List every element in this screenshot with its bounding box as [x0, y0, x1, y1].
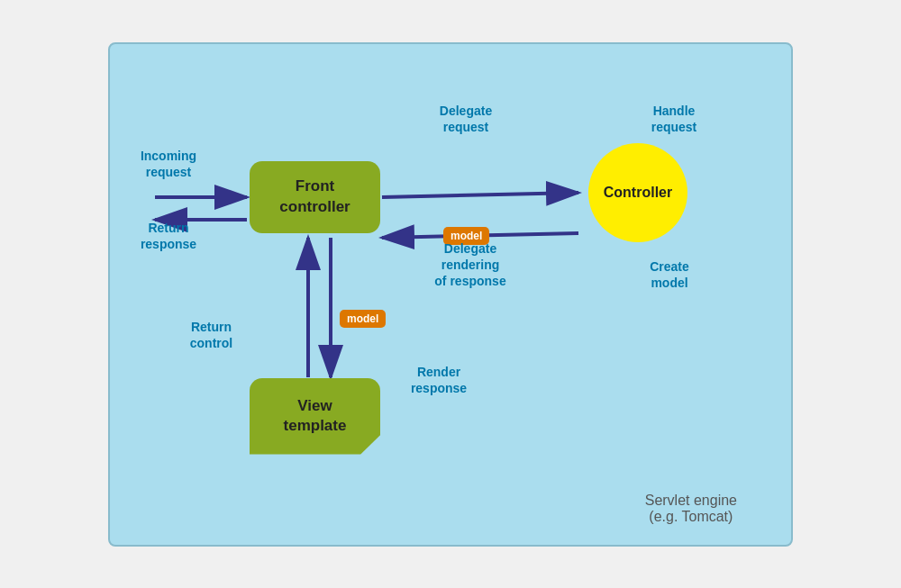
controller-label: Controller	[604, 185, 672, 201]
view-template-box: Viewtemplate	[250, 378, 380, 455]
front-controller-box: Frontcontroller	[250, 161, 380, 233]
return-control-label: Returncontrol	[164, 319, 259, 351]
diagram-container: Frontcontroller Controller Viewtemplate …	[108, 42, 793, 547]
model-badge-2: model	[340, 310, 386, 328]
render-response-label: Renderresponse	[380, 364, 497, 396]
return-response-label: Returnresponse	[114, 220, 223, 252]
front-controller-label: Frontcontroller	[279, 176, 350, 216]
delegate-request-label: Delegaterequest	[407, 103, 524, 135]
servlet-engine-label: Servlet engine(e.g. Tomcat)	[645, 493, 737, 525]
create-model-label: Createmodel	[611, 258, 728, 291]
view-template-label: Viewtemplate	[284, 396, 347, 436]
model-badge-text-2: model	[340, 310, 386, 328]
controller-circle: Controller	[588, 143, 687, 242]
servlet-engine-text: Servlet engine(e.g. Tomcat)	[645, 493, 737, 524]
delegate-rendering-label: Delegaterenderingof response	[398, 240, 542, 290]
incoming-request-label: Incomingrequest	[114, 148, 223, 180]
handle-request-label: Handlerequest	[615, 103, 733, 135]
svg-line-4	[382, 193, 578, 197]
